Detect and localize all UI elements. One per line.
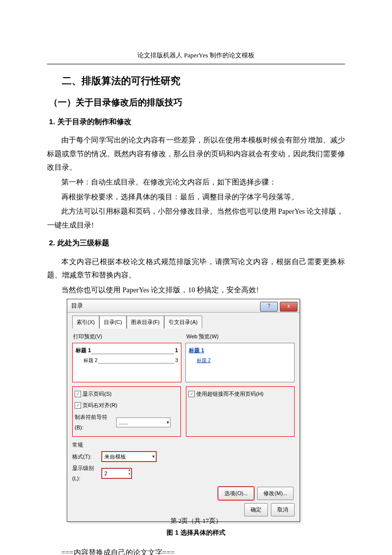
cancel-button[interactable]: 取消 xyxy=(271,503,295,516)
dialog-figure: 目录 ? x 索引(X) 目录(C) 图表目录(F) 引文目录(A) 打印预览(… xyxy=(67,299,345,522)
chk-show-page-label: 显示页码(S) xyxy=(83,389,112,399)
paragraph: 当然你也可以使用 PaperYes 论文排版，10 秒搞定，安全高效! xyxy=(47,283,345,297)
print-preview-label: 打印预览(V) xyxy=(73,331,181,342)
toc-h2-page: 3 xyxy=(175,356,178,365)
tab-strip: 索引(X) 目录(C) 图表目录(F) 引文目录(A) xyxy=(72,316,295,328)
paragraph: 由于每个同学写出的论文内容有一些差异，所以在使用本模板时候会有部分增加、减少标题… xyxy=(47,134,345,175)
left-options: ✓ 显示页码(S) ✓ 页码右对齐(R) 制表符前导符(B): ...... xyxy=(72,386,181,437)
heading-2: （一）关于目录修改后的排版技巧 xyxy=(49,94,345,111)
web-preview-box: 标题 1 标题 2 xyxy=(185,343,295,382)
levels-spinner[interactable]: 2 xyxy=(102,468,131,478)
help-button[interactable]: ? xyxy=(260,302,278,312)
replace-placeholder: ===内容替换成自己的论文文字=== xyxy=(47,546,345,555)
tab-figures[interactable]: 图表目录(F) xyxy=(127,316,164,328)
page-footer: 第 2页（共 17页） xyxy=(0,516,392,525)
chk-hyperlink[interactable]: ✓ 使用超链接而不使用页码(H) xyxy=(188,389,292,399)
toc-h1-page: 1 xyxy=(175,345,178,356)
close-button[interactable]: x xyxy=(280,302,298,312)
checkbox-icon: ✓ xyxy=(75,402,81,409)
toc-h1-text: 标题 1 xyxy=(76,345,91,356)
toc-h2-text: 标题 2 xyxy=(84,356,97,365)
chk-show-page[interactable]: ✓ 显示页码(S) xyxy=(75,389,178,399)
format-combo[interactable]: 来自模板 xyxy=(102,452,156,462)
tab-citations[interactable]: 引文目录(A) xyxy=(164,316,202,328)
format-label: 格式(T): xyxy=(72,452,100,462)
chk-hyperlink-label: 使用超链接而不使用页码(H) xyxy=(196,389,263,399)
paragraph: 再根据学校要求，选择具体的项目：最后，调整目录的字体字号段落等。 xyxy=(47,190,345,204)
header-rule xyxy=(47,64,345,64)
heading-3-2: 2. 此处为三级标题 xyxy=(49,236,345,250)
dialog-title: 目录 xyxy=(67,300,83,312)
paragraph: 本文内容已根据本校论文格式规范排版完毕，请撰写论文内容，根据自己需要更换标题、增… xyxy=(47,255,345,282)
leader-label: 制表符前导符(B): xyxy=(75,412,114,433)
figure-caption: 图 1 选择具体的样式 xyxy=(47,527,345,539)
tab-index[interactable]: 索引(X) xyxy=(72,316,99,328)
web-preview-label: Web 预览(W) xyxy=(186,331,295,342)
chk-right-align[interactable]: ✓ 页码右对齐(R) xyxy=(75,400,178,411)
tab-toc[interactable]: 目录(C) xyxy=(99,316,127,328)
chk-right-align-label: 页码右对齐(R) xyxy=(83,400,117,411)
levels-label: 显示级别(L): xyxy=(72,463,100,484)
ok-button[interactable]: 确定 xyxy=(244,503,268,516)
modify-button[interactable]: 修改(M)... xyxy=(257,487,294,500)
web-h2-link[interactable]: 标题 2 xyxy=(197,358,211,363)
heading-1: 二、排版算法的可行性研究 xyxy=(62,71,345,90)
checkbox-icon: ✓ xyxy=(188,391,195,397)
checkbox-icon: ✓ xyxy=(75,391,81,397)
paragraph: 此方法可以引用标题和页码，小部分修改目录。当然你也可以使用 PaperYes 论… xyxy=(47,205,345,232)
leader-combo[interactable]: ...... xyxy=(116,417,171,427)
dialog-title-bar: 目录 ? x xyxy=(67,299,300,313)
options-button[interactable]: 选项(O)... xyxy=(218,487,254,500)
general-label: 常规 xyxy=(72,440,295,450)
paragraph: 第一种：自动生成目录。在修改完论文内容后，如下图选择步骤： xyxy=(47,176,345,189)
toc-dialog: 目录 ? x 索引(X) 目录(C) 图表目录(F) 引文目录(A) 打印预览(… xyxy=(67,299,300,522)
web-h1-link[interactable]: 标题 1 xyxy=(189,347,204,353)
running-header: 论文排版机器人 PaperYes 制作的论文模板 xyxy=(47,49,345,62)
heading-3-1: 1. 关于目录的制作和修改 xyxy=(49,115,345,129)
right-options: ✓ 使用超链接而不使用页码(H) xyxy=(186,386,295,437)
print-preview-box: 标题 1 1 标题 2 3 xyxy=(72,343,181,382)
